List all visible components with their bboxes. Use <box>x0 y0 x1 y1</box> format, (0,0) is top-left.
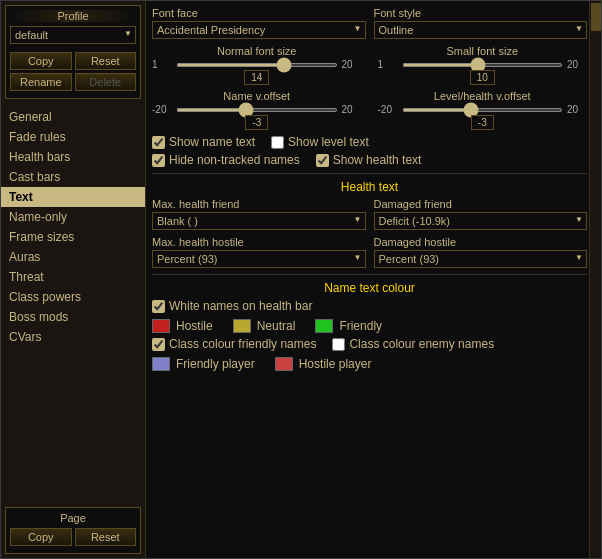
health-text-section-label: Health text <box>152 180 587 194</box>
class-colour-enemy-item[interactable]: Class colour enemy names <box>332 337 494 351</box>
damaged-hostile-dropdown[interactable]: Percent (93) <box>374 250 588 268</box>
font-style-label: Font style <box>374 7 588 19</box>
sidebar-item-cast-bars[interactable]: Cast bars <box>1 167 145 187</box>
checkbox-row-1: Show name text Show level text <box>152 135 587 149</box>
sidebar-item-general[interactable]: General <box>1 107 145 127</box>
class-colour-friendly-item[interactable]: Class colour friendly names <box>152 337 316 351</box>
show-health-text-checkbox-item[interactable]: Show health text <box>316 153 422 167</box>
class-colour-friendly-checkbox[interactable] <box>152 338 165 351</box>
name-voffset-min: -20 <box>152 104 172 115</box>
hostile-player-colour-item[interactable]: Hostile player <box>275 357 372 371</box>
normal-font-size-group: Normal font size 1 20 14 <box>152 45 362 84</box>
colour-swatches-row-1: Hostile Neutral Friendly <box>152 319 587 333</box>
small-font-size-max: 20 <box>567 59 587 70</box>
hostile-player-colour-box[interactable] <box>275 357 293 371</box>
max-health-friend-dropdown[interactable]: Blank ( ) <box>152 212 366 230</box>
reset-button[interactable]: Reset <box>75 52 137 70</box>
profile-dropdown-wrapper: default <box>10 26 136 48</box>
show-level-text-checkbox-item[interactable]: Show level text <box>271 135 369 149</box>
separator-1 <box>152 173 587 174</box>
sidebar-item-auras[interactable]: Auras <box>1 247 145 267</box>
scrollbar-thumb[interactable] <box>591 3 601 31</box>
level-health-voffset-group: Level/health v.offset -20 20 -3 <box>378 90 588 129</box>
sidebar-item-fade-rules[interactable]: Fade rules <box>1 127 145 147</box>
page-copy-button[interactable]: Copy <box>10 528 72 546</box>
normal-font-size-slider[interactable] <box>176 63 338 67</box>
level-health-voffset-slider-row: -20 20 <box>378 104 588 115</box>
delete-button[interactable]: Delete <box>75 73 137 91</box>
sidebar-item-health-bars[interactable]: Health bars <box>1 147 145 167</box>
small-font-size-min: 1 <box>378 59 398 70</box>
font-face-dropdown[interactable]: Accidental Presidency <box>152 21 366 39</box>
show-name-text-label: Show name text <box>169 135 255 149</box>
name-voffset-slider[interactable] <box>176 108 338 112</box>
damaged-friend-label: Damaged friend <box>374 198 588 210</box>
name-voffset-slider-row: -20 20 <box>152 104 362 115</box>
show-level-text-checkbox[interactable] <box>271 136 284 149</box>
small-font-size-group: Small font size 1 20 10 <box>378 45 588 84</box>
small-font-size-slider[interactable] <box>402 63 564 67</box>
page-box: Page Copy Reset <box>5 507 141 554</box>
hostile-player-colour-label: Hostile player <box>299 357 372 371</box>
neutral-colour-item[interactable]: Neutral <box>233 319 296 333</box>
hostile-colour-box[interactable] <box>152 319 170 333</box>
show-health-text-label: Show health text <box>333 153 422 167</box>
hide-non-tracked-checkbox-item[interactable]: Hide non-tracked names <box>152 153 300 167</box>
class-colour-enemy-checkbox[interactable] <box>332 338 345 351</box>
damaged-hostile-group: Damaged hostile Percent (93) <box>374 236 588 268</box>
white-names-checkbox[interactable] <box>152 300 165 313</box>
profile-dropdown[interactable]: default <box>10 26 136 44</box>
level-health-voffset-max: 20 <box>567 104 587 115</box>
hide-non-tracked-checkbox[interactable] <box>152 154 165 167</box>
neutral-colour-box[interactable] <box>233 319 251 333</box>
neutral-colour-label: Neutral <box>257 319 296 333</box>
class-colour-enemy-label: Class colour enemy names <box>349 337 494 351</box>
scrollbar-track[interactable] <box>589 1 601 558</box>
copy-button[interactable]: Copy <box>10 52 72 70</box>
profile-btn-row-1: Copy Reset <box>10 52 136 70</box>
small-font-size-header: Small font size <box>378 45 588 57</box>
max-health-hostile-dropdown[interactable]: Percent (93) <box>152 250 366 268</box>
normal-font-size-min: 1 <box>152 59 172 70</box>
friendly-player-colour-box[interactable] <box>152 357 170 371</box>
level-health-voffset-slider[interactable] <box>402 108 564 112</box>
normal-font-size-slider-row: 1 20 <box>152 59 362 70</box>
show-name-text-checkbox-item[interactable]: Show name text <box>152 135 255 149</box>
health-dropdowns-row-2: Max. health hostile Percent (93) Damaged… <box>152 236 587 268</box>
show-name-text-checkbox[interactable] <box>152 136 165 149</box>
friendly-colour-item[interactable]: Friendly <box>315 319 382 333</box>
hostile-colour-label: Hostile <box>176 319 213 333</box>
page-reset-button[interactable]: Reset <box>75 528 137 546</box>
friendly-colour-box[interactable] <box>315 319 333 333</box>
sidebar-item-threat[interactable]: Threat <box>1 267 145 287</box>
sidebar-item-cvars[interactable]: CVars <box>1 327 145 347</box>
max-health-hostile-dropdown-wrapper: Percent (93) <box>152 250 366 268</box>
hostile-colour-item[interactable]: Hostile <box>152 319 213 333</box>
sidebar-item-name-only[interactable]: Name-only <box>1 207 145 227</box>
name-voffset-label: Name v.offset <box>223 90 290 102</box>
sidebar-item-boss-mods[interactable]: Boss mods <box>1 307 145 327</box>
font-row: Font face Accidental Presidency Font sty… <box>152 7 587 39</box>
font-size-sliders: Normal font size 1 20 14 Small font size… <box>152 45 587 84</box>
page-btn-row: Copy Reset <box>10 528 136 546</box>
level-health-voffset-header: Level/health v.offset <box>378 90 588 102</box>
show-health-text-checkbox[interactable] <box>316 154 329 167</box>
hide-non-tracked-label: Hide non-tracked names <box>169 153 300 167</box>
normal-font-size-max: 20 <box>342 59 362 70</box>
sidebar-item-class-powers[interactable]: Class powers <box>1 287 145 307</box>
health-dropdowns-row-1: Max. health friend Blank ( ) Damaged fri… <box>152 198 587 230</box>
damaged-friend-dropdown[interactable]: Deficit (-10.9k) <box>374 212 588 230</box>
sidebar: Profile default Copy Reset Rename Delete… <box>1 1 146 558</box>
font-style-dropdown[interactable]: Outline <box>374 21 588 39</box>
white-names-checkbox-item[interactable]: White names on health bar <box>152 299 587 313</box>
max-health-friend-dropdown-wrapper: Blank ( ) <box>152 212 366 230</box>
sidebar-item-text[interactable]: Text <box>1 187 145 207</box>
profile-btn-row-2: Rename Delete <box>10 73 136 91</box>
friendly-player-colour-item[interactable]: Friendly player <box>152 357 255 371</box>
font-face-dropdown-wrapper: Accidental Presidency <box>152 21 366 39</box>
max-health-friend-label: Max. health friend <box>152 198 366 210</box>
separator-2 <box>152 274 587 275</box>
sidebar-item-frame-sizes[interactable]: Frame sizes <box>1 227 145 247</box>
white-names-row: White names on health bar <box>152 299 587 313</box>
rename-button[interactable]: Rename <box>10 73 72 91</box>
